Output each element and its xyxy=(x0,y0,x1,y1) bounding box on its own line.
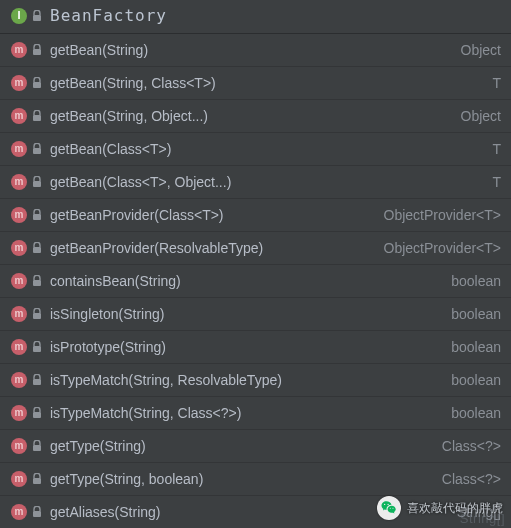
method-list: mgetBean(String)ObjectmgetBean(String, C… xyxy=(0,34,511,528)
lock-icon xyxy=(30,241,44,255)
return-type: boolean xyxy=(451,306,501,322)
svg-rect-4 xyxy=(33,148,41,154)
svg-rect-6 xyxy=(33,214,41,220)
lock-icon xyxy=(30,175,44,189)
method-name: getAliases(String) xyxy=(50,504,161,520)
method-icon: m xyxy=(10,371,28,389)
svg-rect-7 xyxy=(33,247,41,253)
svg-rect-8 xyxy=(33,280,41,286)
lock-icon xyxy=(30,406,44,420)
method-icon: m xyxy=(10,74,28,92)
method-icon: m xyxy=(10,404,28,422)
method-name: isSingleton(String) xyxy=(50,306,164,322)
class-title: BeanFactory xyxy=(50,6,167,25)
method-icon: m xyxy=(10,206,28,224)
svg-rect-15 xyxy=(33,511,41,517)
method-row[interactable]: mgetBean(Class<T>, Object...)T xyxy=(0,166,511,199)
svg-rect-12 xyxy=(33,412,41,418)
method-icon: m xyxy=(10,470,28,488)
lock-icon xyxy=(30,9,44,23)
method-row[interactable]: mgetType(String, boolean)Class<?> xyxy=(0,463,511,496)
svg-rect-1 xyxy=(33,49,41,55)
return-type: T xyxy=(492,141,501,157)
interface-icon: I xyxy=(10,7,28,25)
method-name: getType(String, boolean) xyxy=(50,471,203,487)
svg-rect-5 xyxy=(33,181,41,187)
return-type: Object xyxy=(461,108,501,124)
method-name: isTypeMatch(String, ResolvableType) xyxy=(50,372,282,388)
return-type: boolean xyxy=(451,372,501,388)
lock-icon xyxy=(30,43,44,57)
return-type: boolean xyxy=(451,273,501,289)
svg-rect-2 xyxy=(33,82,41,88)
lock-icon xyxy=(30,208,44,222)
method-row[interactable]: misTypeMatch(String, Class<?>)boolean xyxy=(0,397,511,430)
lock-icon xyxy=(30,472,44,486)
svg-rect-10 xyxy=(33,346,41,352)
ghost-return-type: String[] xyxy=(460,511,505,526)
return-type: ObjectProvider<T> xyxy=(384,207,502,223)
return-type: Class<?> xyxy=(442,471,501,487)
method-name: getType(String) xyxy=(50,438,146,454)
method-name: isTypeMatch(String, Class<?>) xyxy=(50,405,241,421)
method-name: getBean(String) xyxy=(50,42,148,58)
method-row[interactable]: misPrototype(String)boolean xyxy=(0,331,511,364)
method-icon: m xyxy=(10,140,28,158)
method-row[interactable]: mgetBean(Class<T>)T xyxy=(0,133,511,166)
lock-icon xyxy=(30,505,44,519)
lock-icon xyxy=(30,340,44,354)
method-name: containsBean(String) xyxy=(50,273,181,289)
return-type: boolean xyxy=(451,405,501,421)
lock-icon xyxy=(30,439,44,453)
method-name: getBeanProvider(Class<T>) xyxy=(50,207,224,223)
svg-rect-3 xyxy=(33,115,41,121)
method-icon: m xyxy=(10,437,28,455)
lock-icon xyxy=(30,274,44,288)
lock-icon xyxy=(30,76,44,90)
wechat-icon xyxy=(377,496,401,520)
structure-header: I BeanFactory xyxy=(0,0,511,34)
method-row[interactable]: misSingleton(String)boolean xyxy=(0,298,511,331)
method-name: getBean(Class<T>, Object...) xyxy=(50,174,231,190)
method-name: isPrototype(String) xyxy=(50,339,166,355)
method-row[interactable]: mgetBeanProvider(ResolvableType)ObjectPr… xyxy=(0,232,511,265)
return-type: T xyxy=(492,174,501,190)
method-row[interactable]: mgetBean(String, Object...)Object xyxy=(0,100,511,133)
method-name: getBean(String, Class<T>) xyxy=(50,75,216,91)
method-icon: m xyxy=(10,305,28,323)
method-icon: m xyxy=(10,41,28,59)
return-type: boolean xyxy=(451,339,501,355)
method-row[interactable]: mgetBean(String)Object xyxy=(0,34,511,67)
return-type: T xyxy=(492,75,501,91)
lock-icon xyxy=(30,142,44,156)
lock-icon xyxy=(30,307,44,321)
method-icon: m xyxy=(10,338,28,356)
method-row[interactable]: mgetType(String)Class<?> xyxy=(0,430,511,463)
method-row[interactable]: mcontainsBean(String)boolean xyxy=(0,265,511,298)
svg-rect-13 xyxy=(33,445,41,451)
method-name: getBeanProvider(ResolvableType) xyxy=(50,240,263,256)
method-icon: m xyxy=(10,173,28,191)
method-row[interactable]: misTypeMatch(String, ResolvableType)bool… xyxy=(0,364,511,397)
svg-rect-0 xyxy=(33,15,41,21)
return-type: Class<?> xyxy=(442,438,501,454)
method-icon: m xyxy=(10,107,28,125)
lock-icon xyxy=(30,109,44,123)
method-icon: m xyxy=(10,272,28,290)
method-name: getBean(Class<T>) xyxy=(50,141,171,157)
method-row[interactable]: mgetBean(String, Class<T>)T xyxy=(0,67,511,100)
method-name: getBean(String, Object...) xyxy=(50,108,208,124)
method-row[interactable]: mgetBeanProvider(Class<T>)ObjectProvider… xyxy=(0,199,511,232)
lock-icon xyxy=(30,373,44,387)
return-type: ObjectProvider<T> xyxy=(384,240,502,256)
return-type: Object xyxy=(461,42,501,58)
svg-rect-11 xyxy=(33,379,41,385)
svg-rect-9 xyxy=(33,313,41,319)
method-icon: m xyxy=(10,503,28,521)
method-icon: m xyxy=(10,239,28,257)
svg-rect-14 xyxy=(33,478,41,484)
